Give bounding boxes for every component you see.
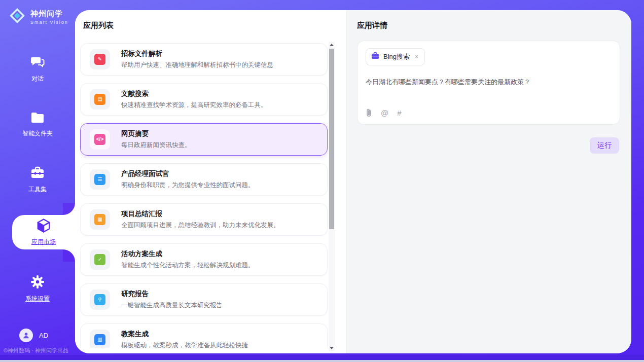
scrollbar-thumb[interactable]: [329, 49, 334, 229]
tool-tag-label: Bing搜索: [383, 52, 410, 61]
app-card[interactable]: </>网页摘要每日政府新闻资讯快查。: [80, 123, 328, 156]
cube-icon: [36, 218, 51, 235]
app-list-pane: 应用列表 ✎招标文件解析帮助用户快速、准确地理解和解析招标书中的关键信息▤文献搜…: [75, 10, 346, 353]
scroll-up-icon[interactable]: [329, 42, 335, 48]
sidebar-item-settings[interactable]: 系统设置: [0, 275, 75, 303]
app-card-title: 招标文件解析: [121, 49, 273, 58]
sidebar-item-smart-folder[interactable]: 智能文件夹: [0, 112, 75, 138]
app-card[interactable]: ⚲研究报告一键智能生成高质量长文本研究报告: [80, 283, 328, 316]
user-account[interactable]: AD: [19, 329, 48, 342]
app-card[interactable]: ▤文献搜索快速精准查找学术资源，提高研究效率的必备工具。: [80, 83, 328, 116]
books-icon: ▥: [90, 330, 110, 348]
app-card-title: 产品经理面试官: [121, 169, 255, 178]
app-detail-title: 应用详情: [357, 21, 387, 30]
brand-name: 神州问学: [30, 9, 68, 19]
sidebar: 神州问学 Smart Vision 对话 智能文件夹: [0, 0, 75, 355]
sidebar-item-app-market[interactable]: 应用市场: [12, 215, 75, 249]
app-list-title: 应用列表: [83, 21, 114, 30]
sidebar-item-label: 工具集: [28, 185, 47, 194]
scroll-down-icon[interactable]: [329, 345, 335, 351]
diamond-logo-icon: [8, 7, 26, 27]
paperclip-icon[interactable]: [366, 108, 372, 117]
document-edit-icon: ✎: [90, 49, 110, 69]
app-card-title: 文献搜索: [121, 89, 267, 98]
gear-icon: [30, 275, 45, 291]
chat-icon: [30, 56, 45, 71]
app-card-description: 智能生成个性化活动方案，轻松解决规划难题。: [121, 261, 255, 270]
microscope-icon: ⚲: [90, 289, 110, 310]
mention-icon[interactable]: @: [381, 108, 388, 117]
app-card-title: 研究报告: [121, 289, 223, 299]
bottom-edge: [0, 360, 644, 362]
tab-curve-bottom: [63, 249, 75, 262]
close-icon[interactable]: ×: [414, 53, 419, 60]
sidebar-item-label: 对话: [31, 75, 44, 83]
app-card-description: 明确身份和职责，为您提供专业性的面试问题。: [121, 181, 255, 190]
sidebar-item-label: 应用市场: [31, 238, 56, 246]
browser-code-icon: </>: [90, 129, 110, 150]
brand-subtitle: Smart Vision: [30, 20, 68, 25]
app-card-description: 一键智能生成高质量长文本研究报告: [121, 301, 223, 310]
app-card[interactable]: ▥教案生成模板驱动，教案秒成，教学准备从此轻松快捷: [80, 323, 328, 348]
app-list-scrollbar[interactable]: [329, 42, 335, 351]
app-card-title: 教案生成: [121, 330, 248, 339]
notepad-icon: ▦: [90, 209, 110, 230]
bottom-bar: [0, 355, 644, 360]
app-card-description: 每日政府新闻资讯快查。: [121, 141, 191, 150]
user-name: AD: [39, 332, 48, 339]
icon-glyph: ▦: [94, 214, 105, 225]
app-card[interactable]: ▦项目总结汇报全面回顾项目进展，总结经验教训，助力未来优化发展。: [80, 203, 328, 236]
icon-glyph: </>: [94, 134, 105, 145]
icon-glyph: ✓: [94, 254, 105, 265]
briefcase-icon: [371, 52, 379, 61]
tool-tag-bing-search[interactable]: Bing搜索 ×: [366, 48, 425, 65]
app-card[interactable]: ☰产品经理面试官明确身份和职责，为您提供专业性的面试问题。: [80, 163, 328, 196]
icon-glyph: ⚲: [94, 294, 105, 305]
attachment-toolbar: @ #: [366, 108, 402, 117]
main-content: 应用列表 ✎招标文件解析帮助用户快速、准确地理解和解析招标书中的关键信息▤文献搜…: [75, 10, 631, 353]
app-card-description: 模板驱动，教案秒成，教学准备从此轻松快捷: [121, 341, 248, 348]
icon-glyph: ☰: [94, 174, 105, 185]
resume-person-icon: ☰: [90, 169, 110, 190]
sidebar-item-chat[interactable]: 对话: [0, 56, 75, 83]
app-card[interactable]: ✎招标文件解析帮助用户快速、准确地理解和解析招标书中的关键信息: [80, 43, 328, 76]
app-card-title: 活动方案生成: [121, 249, 255, 259]
sidebar-item-label: 系统设置: [25, 295, 50, 303]
icon-glyph: ▥: [94, 334, 105, 345]
app-card-description: 全面回顾项目进展，总结经验教训，助力未来优化发展。: [121, 221, 280, 230]
run-row: 运行: [590, 137, 619, 154]
clipboard-check-icon: ✓: [90, 249, 110, 270]
hashtag-icon[interactable]: #: [397, 108, 401, 117]
app-detail-pane: 应用详情 Bing搜索 × 今日湖北有哪些新闻要点？有哪些需要关注的最新政策？: [346, 10, 631, 353]
app-card-description: 快速精准查找学术资源，提高研究效率的必备工具。: [121, 101, 267, 110]
avatar: [19, 329, 33, 342]
toolbox-icon: [30, 166, 45, 182]
app-card-title: 网页摘要: [121, 129, 191, 138]
app-list: ✎招标文件解析帮助用户快速、准确地理解和解析招标书中的关键信息▤文献搜索快速精准…: [80, 43, 328, 348]
icon-glyph: ▤: [94, 94, 105, 105]
query-input[interactable]: 今日湖北有哪些新闻要点？有哪些需要关注的最新政策？: [366, 78, 612, 100]
sidebar-item-toolset[interactable]: 工具集: [0, 166, 75, 194]
prompt-card: Bing搜索 × 今日湖北有哪些新闻要点？有哪些需要关注的最新政策？ @ #: [357, 41, 620, 125]
brand-logo: 神州问学 Smart Vision: [8, 7, 68, 27]
folder-icon: [30, 112, 45, 126]
tab-curve-top: [63, 203, 75, 215]
app-card[interactable]: ✓活动方案生成智能生成个性化活动方案，轻松解决规划难题。: [80, 243, 328, 276]
copyright-footer: ©神州数码 · 神州问学出品: [4, 347, 75, 354]
sidebar-item-label: 智能文件夹: [22, 129, 53, 138]
book-icon: ▤: [90, 89, 110, 110]
icon-glyph: ✎: [94, 54, 105, 65]
run-button[interactable]: 运行: [590, 137, 619, 154]
app-card-description: 帮助用户快速、准确地理解和解析招标书中的关键信息: [121, 61, 273, 69]
app-card-title: 项目总结汇报: [121, 209, 280, 219]
